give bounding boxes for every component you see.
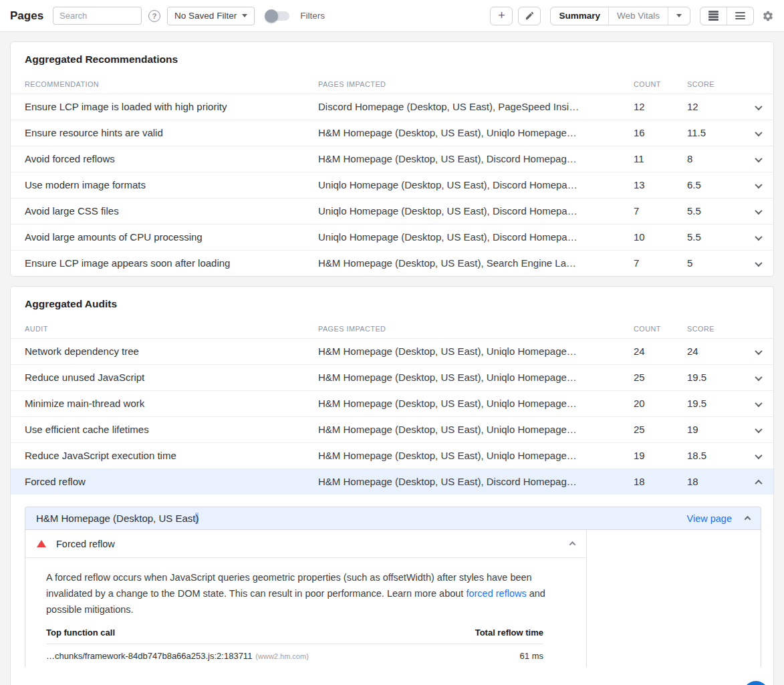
expanded-page-body: Forced reflow A forced reflow occurs whe… <box>25 530 761 667</box>
row-expand-toggle[interactable] <box>742 391 774 417</box>
row-title: Minimize main-thread work <box>11 391 318 417</box>
col-score: SCORE <box>687 319 742 339</box>
view-page-link[interactable]: View page <box>687 513 732 524</box>
row-expand-toggle[interactable] <box>742 339 774 365</box>
filters-label: Filters <box>300 11 325 21</box>
audit-row[interactable]: Forced reflowH&M Homepage (Desktop, US E… <box>11 469 774 495</box>
filters-toggle[interactable] <box>267 11 289 21</box>
chevron-down-icon <box>755 374 762 381</box>
chevron-down-icon <box>755 207 762 215</box>
audit-row[interactable]: Use efficient cache lifetimesH&M Homepag… <box>11 417 774 443</box>
edit-button[interactable] <box>518 7 541 25</box>
row-expand-toggle[interactable] <box>742 469 774 495</box>
row-count: 18 <box>634 469 687 495</box>
function-host: (www2.hm.com) <box>255 652 308 660</box>
recommendation-row[interactable]: Avoid forced reflowsH&M Homepage (Deskto… <box>11 146 774 172</box>
row-expand-toggle[interactable] <box>742 417 774 443</box>
function-call-row: …chunks/framework-84db747b8a66a253.js:2:… <box>46 644 543 661</box>
toolbar-right: + Summary Web Vitals <box>490 7 774 25</box>
forced-reflows-link[interactable]: forced reflows <box>466 588 526 599</box>
toolbar: Pages ? No Saved Filter Filters + Summar… <box>0 0 784 32</box>
expanded-page-header[interactable]: H&M Homepage (Desktop, US East) View pag… <box>25 507 761 530</box>
row-expand-toggle[interactable] <box>742 365 774 391</box>
toggle-knob <box>265 9 278 23</box>
row-expand-toggle[interactable] <box>742 251 774 277</box>
row-expand-toggle[interactable] <box>742 225 774 251</box>
settings-button[interactable] <box>762 10 774 22</box>
recommendation-row[interactable]: Ensure LCP image is loaded with high pri… <box>11 94 774 120</box>
col-audit: AUDIT <box>11 319 318 339</box>
audit-row[interactable]: Minimize main-thread workH&M Homepage (D… <box>11 391 774 417</box>
recommendation-row[interactable]: Avoid large CSS filesUniqlo Homepage (De… <box>11 198 774 225</box>
row-pages-impacted: Discord Homepage (Desktop, US East), Pag… <box>318 94 634 120</box>
recommendation-row[interactable]: Ensure LCP image appears soon after load… <box>11 251 774 277</box>
row-pages-impacted: H&M Homepage (Desktop, US East), Uniqlo … <box>318 391 634 417</box>
row-count: 11 <box>634 146 687 172</box>
col-pages-impacted: PAGES IMPACTED <box>318 319 634 339</box>
table-header-row: RECOMMENDATION PAGES IMPACTED COUNT SCOR… <box>11 74 774 94</box>
saved-filter-dropdown[interactable]: No Saved Filter <box>167 7 255 25</box>
expanded-page-panel: H&M Homepage (Desktop, US East) View pag… <box>25 507 761 667</box>
chevron-down-icon <box>755 400 762 407</box>
reflow-time: 61 ms <box>520 651 543 661</box>
row-expand-toggle[interactable] <box>742 443 774 469</box>
chevron-down-icon <box>755 426 762 433</box>
dense-list-button[interactable] <box>700 7 727 25</box>
loose-list-icon <box>735 12 745 19</box>
row-pages-impacted: Uniqlo Homepage (Desktop, US East), Disc… <box>318 225 634 251</box>
row-score: 5.5 <box>687 225 742 251</box>
row-score: 11.5 <box>687 120 742 146</box>
row-expand-toggle[interactable] <box>742 120 774 146</box>
recommendations-table: RECOMMENDATION PAGES IMPACTED COUNT SCOR… <box>11 74 774 276</box>
audit-detail-header[interactable]: Forced reflow <box>25 530 586 558</box>
row-expand-toggle[interactable] <box>742 172 774 198</box>
col-count: COUNT <box>634 319 687 339</box>
function-call-table: Top function call Total reflow time …chu… <box>46 628 543 661</box>
col-total-reflow-time: Total reflow time <box>475 628 543 638</box>
aggregated-audits-card: Aggregated Audits AUDIT PAGES IMPACTED C… <box>10 286 774 685</box>
audits-table: AUDIT PAGES IMPACTED COUNT SCORE Network… <box>11 319 774 495</box>
row-title: Use modern image formats <box>11 172 318 198</box>
chevron-up-icon <box>755 480 762 487</box>
gear-icon <box>762 10 774 22</box>
chevron-up-icon[interactable] <box>745 516 751 523</box>
row-pages-impacted: H&M Homepage (Desktop, US East), Uniqlo … <box>318 417 634 443</box>
row-expand-toggle[interactable] <box>742 146 774 172</box>
section-title: Aggregated Recommendations <box>11 42 773 74</box>
row-title: Network dependency tree <box>11 339 318 365</box>
view-tabs-dropdown[interactable] <box>668 7 690 25</box>
tab-web-vitals[interactable]: Web Vitals <box>608 7 668 25</box>
row-title: Ensure LCP image is loaded with high pri… <box>11 94 318 120</box>
row-title: Avoid large CSS files <box>11 198 318 225</box>
loose-list-button[interactable] <box>727 7 753 25</box>
tab-summary[interactable]: Summary <box>551 7 608 25</box>
audit-row[interactable]: Reduce JavaScript execution timeH&M Home… <box>11 443 774 469</box>
row-count: 10 <box>634 225 687 251</box>
table-header-row: AUDIT PAGES IMPACTED COUNT SCORE <box>11 319 774 339</box>
chevron-down-icon <box>755 155 762 162</box>
row-score: 18.5 <box>687 443 742 469</box>
row-count: 25 <box>634 365 687 391</box>
row-score: 6.5 <box>687 172 742 198</box>
row-score: 12 <box>687 94 742 120</box>
saved-filter-label: No Saved Filter <box>174 11 237 21</box>
help-icon[interactable]: ? <box>148 10 160 22</box>
row-score: 18 <box>687 469 742 495</box>
row-score: 24 <box>687 339 742 365</box>
density-toggle <box>700 7 754 25</box>
audit-detail-title: Forced reflow <box>56 539 115 549</box>
recommendation-row[interactable]: Use modern image formatsUniqlo Homepage … <box>11 172 774 198</box>
recommendation-row[interactable]: Avoid large amounts of CPU processingUni… <box>11 225 774 251</box>
audit-row[interactable]: Network dependency treeH&M Homepage (Des… <box>11 339 774 365</box>
audit-row[interactable]: Reduce unused JavaScriptH&M Homepage (De… <box>11 365 774 391</box>
row-expand-toggle[interactable] <box>742 198 774 225</box>
recommendation-row[interactable]: Ensure resource hints are validH&M Homep… <box>11 120 774 146</box>
row-expand-toggle[interactable] <box>742 94 774 120</box>
chevron-up-icon[interactable] <box>569 541 576 548</box>
chevron-down-icon <box>755 129 762 136</box>
row-score: 19.5 <box>687 365 742 391</box>
row-title: Ensure LCP image appears soon after load… <box>11 251 318 277</box>
add-button[interactable]: + <box>490 7 513 25</box>
row-title: Ensure resource hints are valid <box>11 120 318 146</box>
search-input[interactable] <box>53 7 142 25</box>
